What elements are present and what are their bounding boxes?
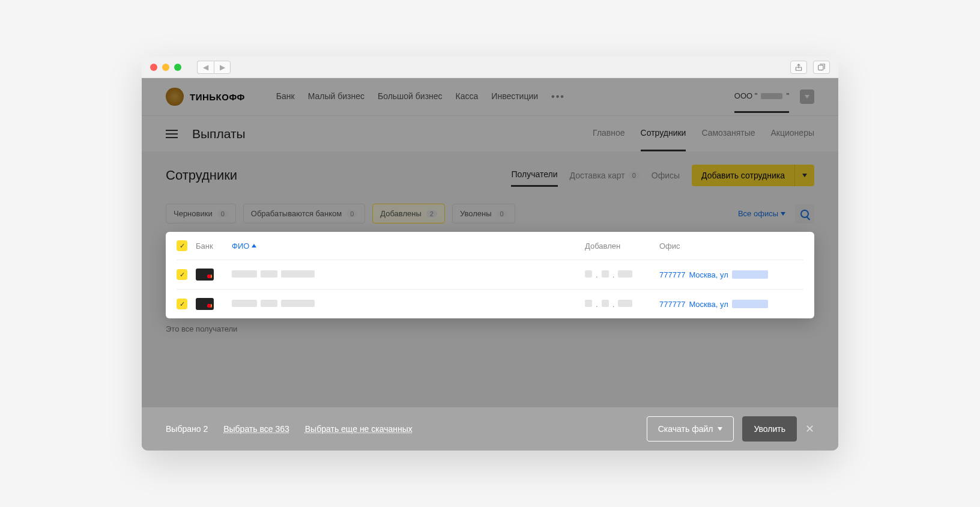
download-file-button[interactable]: Скачать файл	[647, 416, 734, 442]
chevron-down-icon	[802, 174, 807, 177]
nav-arrows: ◀ ▶	[197, 61, 231, 74]
topnav-item-bank[interactable]: Банк	[276, 91, 295, 102]
add-employee-dropdown[interactable]	[794, 165, 814, 186]
col-header-office: Офис	[659, 241, 803, 250]
svg-rect-1	[818, 65, 823, 70]
hamburger-menu-button[interactable]	[166, 130, 178, 138]
search-icon	[800, 210, 809, 218]
search-button[interactable]	[795, 204, 814, 223]
company-label: ООО "	[734, 91, 758, 100]
selected-count-label: Выбрано 2	[166, 424, 208, 434]
select-all-checkbox[interactable]: ✓	[177, 240, 187, 251]
status-filter-row: Черновики 0 Обрабатываются банком 0 Доба…	[142, 187, 838, 232]
select-remaining-link[interactable]: Выбрать еще не скачанных	[305, 424, 413, 434]
added-date: ..	[585, 270, 651, 279]
tabs-button[interactable]	[813, 61, 830, 74]
brand-logo[interactable]: ТИНЬКОФФ	[166, 88, 245, 106]
bank-card-icon	[196, 298, 214, 310]
filter-added[interactable]: Добавлены 2	[372, 204, 445, 223]
page-title: Сотрудники	[166, 168, 237, 183]
subtab-selfemployed[interactable]: Самозанятые	[701, 116, 755, 151]
col-header-added: Добавлен	[585, 241, 651, 250]
topnav-item-kassa[interactable]: Касса	[456, 91, 479, 102]
subtab-employees[interactable]: Сотрудники	[641, 116, 686, 151]
top-navigation: ТИНЬКОФФ Банк Малый бизнес Большой бизне…	[142, 78, 838, 115]
topnav-item-big-biz[interactable]: Большой бизнес	[378, 91, 443, 102]
window-close-dot[interactable]	[150, 64, 157, 71]
share-button[interactable]	[790, 61, 807, 74]
browser-window: ◀ ▶ ТИНЬКОФФ Банк Малый бизнес Боль	[142, 56, 838, 451]
sort-asc-icon	[252, 244, 256, 247]
subtab-main[interactable]: Главное	[593, 116, 625, 151]
add-employee-button[interactable]: Добавить сотрудника	[692, 165, 814, 186]
close-icon[interactable]: ✕	[805, 422, 814, 436]
bank-card-icon	[196, 269, 214, 281]
table-row[interactable]: ✓ .. 777777 Москва, ул	[177, 290, 803, 318]
table-header-row: ✓ Банк ФИО Добавлен Офис	[177, 232, 803, 260]
page-tab-recipients[interactable]: Получатели	[511, 163, 557, 187]
office-link[interactable]: 777777 Москва, ул	[659, 270, 768, 279]
row-checkbox[interactable]: ✓	[177, 299, 187, 309]
added-date: ..	[585, 300, 651, 309]
chevron-down-icon	[718, 427, 722, 431]
office-street-redacted	[732, 300, 768, 308]
browser-titlebar: ◀ ▶	[142, 56, 838, 78]
nav-back-button[interactable]: ◀	[197, 61, 214, 74]
col-header-bank: Банк	[196, 241, 223, 250]
filter-drafts[interactable]: Черновики 0	[166, 204, 236, 223]
office-filter-selector[interactable]: Все офисы	[738, 209, 785, 218]
selection-action-bar: Выбрано 2 Выбрать все 363 Выбрать еще не…	[142, 407, 838, 451]
nav-forward-button[interactable]: ▶	[214, 61, 231, 74]
chevron-down-icon	[781, 212, 785, 216]
topnav-item-small-biz[interactable]: Малый бизнес	[308, 91, 364, 102]
employee-name-redacted	[232, 300, 315, 307]
company-name-redacted	[761, 93, 782, 99]
employees-table: ✓ Банк ФИО Добавлен Офис ✓	[166, 232, 814, 318]
select-all-link[interactable]: Выбрать все 363	[223, 424, 289, 434]
office-street-redacted	[732, 270, 768, 279]
topnav-item-invest[interactable]: Инвестиции	[491, 91, 538, 102]
window-minimize-dot[interactable]	[162, 64, 169, 71]
filter-fired[interactable]: Уволены 0	[452, 204, 515, 223]
employee-name-redacted	[232, 270, 315, 278]
page-header: Сотрудники Получатели Доставка карт 0 Оф…	[142, 151, 838, 187]
section-title: Выплаты	[192, 127, 246, 141]
chevron-down-icon	[805, 95, 809, 99]
end-of-list-hint: Это все получатели	[142, 318, 838, 339]
filter-processing[interactable]: Обрабатываются банком 0	[243, 204, 366, 223]
table-row[interactable]: ✓ .. 777777 Москва, ул	[177, 260, 803, 290]
shield-icon	[166, 88, 184, 106]
row-checkbox[interactable]: ✓	[177, 269, 187, 280]
app-viewport: ТИНЬКОФФ Банк Малый бизнес Большой бизне…	[142, 78, 838, 451]
office-link[interactable]: 777777 Москва, ул	[659, 300, 768, 309]
window-zoom-dot[interactable]	[174, 64, 181, 71]
fire-button[interactable]: Уволить	[742, 416, 797, 442]
section-bar: Выплаты Главное Сотрудники Самозанятые А…	[142, 115, 838, 151]
page-tab-offices[interactable]: Офисы	[652, 165, 680, 186]
profile-dropdown-button[interactable]	[800, 90, 814, 104]
add-employee-label: Добавить сотрудника	[692, 165, 794, 186]
topnav-more-icon[interactable]: •••	[551, 91, 565, 102]
brand-name: ТИНЬКОФФ	[190, 92, 245, 102]
page-tab-delivery[interactable]: Доставка карт 0	[570, 165, 640, 186]
company-selector[interactable]: ООО " "	[734, 80, 789, 113]
subtab-shareholders[interactable]: Акционеры	[771, 116, 814, 151]
col-header-fio[interactable]: ФИО	[232, 241, 576, 250]
